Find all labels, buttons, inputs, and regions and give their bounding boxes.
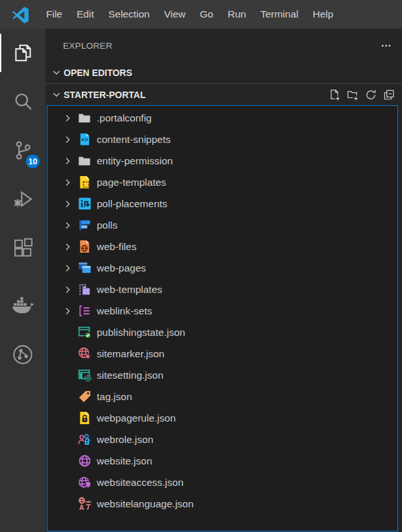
chevron-down-icon bbox=[49, 90, 64, 100]
tree-item-label: web-files bbox=[97, 241, 136, 253]
tree-item-webpagerule[interactable]: webpagerule.json bbox=[47, 407, 397, 429]
tree-item-sitesetting[interactable]: sitesetting.json bbox=[47, 364, 397, 386]
section-label: STARTER-PORTAL bbox=[64, 90, 145, 100]
tree-item-label: webpagerule.json bbox=[97, 412, 176, 424]
tree-item-label: weblink-sets bbox=[97, 305, 152, 317]
tree-item-websitelanguage[interactable]: A websitelanguage.json bbox=[47, 493, 397, 514]
folder-icon bbox=[77, 110, 92, 126]
ellipsis-icon bbox=[381, 40, 392, 51]
code-page-icon: <> bbox=[77, 132, 92, 147]
collapse-all-icon bbox=[383, 89, 395, 101]
chevron-right-icon[interactable] bbox=[62, 199, 77, 209]
chevron-down-icon bbox=[49, 68, 64, 78]
section-label: OPEN EDITORS bbox=[64, 68, 132, 78]
link-list-icon bbox=[77, 303, 92, 319]
tree-item-websiteaccess[interactable]: websiteaccess.json bbox=[47, 472, 397, 493]
chevron-right-icon[interactable] bbox=[62, 156, 77, 166]
activity-run-debug[interactable] bbox=[0, 175, 45, 223]
menu-item-view[interactable]: View bbox=[157, 0, 192, 29]
activity-extensions[interactable] bbox=[0, 223, 45, 272]
tree-item-web-pages[interactable]: web-pages bbox=[47, 257, 397, 279]
tag-icon bbox=[77, 389, 92, 405]
activity-bar: 10 bbox=[0, 29, 45, 532]
new-file-icon bbox=[329, 89, 340, 101]
tree-item-label: web-pages bbox=[97, 262, 146, 274]
sync-square-icon bbox=[77, 196, 92, 212]
chevron-right-icon[interactable] bbox=[62, 263, 77, 273]
activity-search[interactable] bbox=[0, 77, 45, 126]
chevron-right-icon[interactable] bbox=[62, 306, 77, 316]
chevron-right-icon[interactable] bbox=[62, 113, 77, 123]
tree-item-label: tag.json bbox=[97, 391, 132, 403]
stacked-windows-icon bbox=[77, 260, 92, 276]
sidebar-title: EXPLORER bbox=[63, 41, 112, 51]
vscode-logo-icon bbox=[12, 6, 29, 23]
new-file-button[interactable] bbox=[329, 89, 340, 101]
page-lock-icon bbox=[77, 411, 92, 426]
tree-item-label: polls bbox=[97, 220, 118, 231]
chevron-right-icon[interactable] bbox=[62, 285, 77, 295]
refresh-icon bbox=[365, 89, 377, 101]
dashed-template-icon bbox=[77, 282, 92, 298]
section-starter-portal[interactable]: STARTER-PORTAL bbox=[45, 83, 402, 105]
tree-item-webrole[interactable]: webrole.json bbox=[47, 429, 397, 450]
people-lock-icon bbox=[77, 432, 92, 448]
tree-item-weblink-sets[interactable]: weblink-sets bbox=[47, 300, 397, 322]
views-more-actions-button[interactable] bbox=[381, 40, 392, 51]
activity-docker[interactable] bbox=[0, 281, 45, 330]
globe-shield-icon bbox=[77, 475, 92, 490]
title-bar: File Edit Selection View Go Run Terminal… bbox=[0, 0, 402, 29]
menu-item-terminal[interactable]: Terminal bbox=[253, 0, 306, 29]
refresh-button[interactable] bbox=[365, 89, 377, 101]
tree-item-web-templates[interactable]: web-templates bbox=[47, 279, 397, 300]
tree-item-publishingstate[interactable]: publishingstate.json bbox=[47, 322, 397, 343]
window-check-icon bbox=[77, 325, 92, 340]
debug-icon bbox=[12, 188, 34, 210]
tree-item-entity-permission[interactable]: entity-permission bbox=[47, 150, 397, 171]
section-open-editors[interactable]: OPEN EDITORS bbox=[45, 62, 402, 83]
tree-item-page-templates[interactable]: page-templates bbox=[47, 171, 397, 193]
folder-icon bbox=[77, 153, 92, 169]
menu-item-run[interactable]: Run bbox=[220, 0, 253, 29]
menu-item-selection[interactable]: Selection bbox=[101, 0, 157, 29]
globe-page-icon bbox=[77, 239, 92, 255]
tree-item-label: publishingstate.json bbox=[97, 327, 185, 338]
menu-item-file[interactable]: File bbox=[39, 0, 69, 29]
menu-item-go[interactable]: Go bbox=[193, 0, 221, 29]
git-graph-icon bbox=[12, 344, 34, 366]
tree-item-label: poll-placements bbox=[97, 198, 168, 210]
poll-bars-icon bbox=[77, 218, 92, 233]
tree-item-polls[interactable]: polls bbox=[47, 214, 397, 236]
activity-explorer[interactable] bbox=[0, 29, 45, 77]
activity-git-graph[interactable] bbox=[0, 330, 45, 379]
chevron-right-icon[interactable] bbox=[62, 242, 77, 252]
tree-item-label: webrole.json bbox=[97, 434, 153, 446]
menu-item-edit[interactable]: Edit bbox=[69, 0, 101, 29]
tree-item-tag[interactable]: tag.json bbox=[47, 386, 397, 407]
tree-item-label: .portalconfig bbox=[97, 112, 151, 124]
extensions-icon bbox=[12, 237, 34, 259]
chevron-right-icon[interactable] bbox=[62, 220, 77, 231]
window-gear-icon bbox=[77, 368, 92, 383]
menu-item-help[interactable]: Help bbox=[306, 0, 341, 29]
chevron-right-icon[interactable] bbox=[62, 177, 77, 188]
collapse-all-button[interactable] bbox=[383, 89, 395, 101]
tree-item-content-snippets[interactable]: <> content-snippets bbox=[47, 129, 397, 150]
tree-item-poll-placements[interactable]: poll-placements bbox=[47, 193, 397, 214]
tree-item-label: websitelanguage.json bbox=[97, 498, 194, 510]
section-actions bbox=[329, 89, 402, 101]
source-control-badge: 10 bbox=[26, 155, 40, 168]
tree-item-sitemarker[interactable]: sitemarker.json bbox=[47, 343, 397, 364]
file-tree[interactable]: .portalconfig <> content-snippets bbox=[47, 105, 398, 531]
explorer-sidebar: EXPLORER OPEN EDITORS STARTER-PORTAL bbox=[45, 29, 402, 532]
search-icon bbox=[12, 91, 34, 112]
activity-source-control[interactable]: 10 bbox=[0, 126, 45, 175]
tree-item-web-files[interactable]: web-files bbox=[47, 236, 397, 257]
tree-item-portalconfig[interactable]: .portalconfig bbox=[47, 107, 397, 129]
chevron-right-icon[interactable] bbox=[62, 134, 77, 145]
svg-text:<>: <> bbox=[81, 136, 88, 143]
tree-item-website[interactable]: website.json bbox=[47, 450, 397, 472]
new-folder-button[interactable] bbox=[347, 89, 358, 101]
tree-item-label: website.json bbox=[97, 455, 152, 467]
svg-text:A: A bbox=[79, 504, 83, 511]
